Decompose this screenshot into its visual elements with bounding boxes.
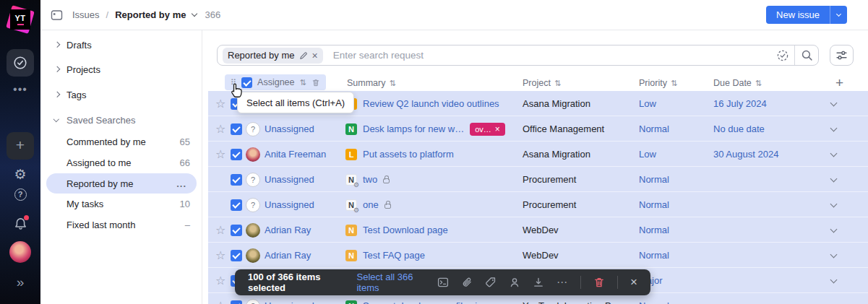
breadcrumb-current[interactable]: Reported by me: [115, 9, 186, 20]
notifications-bell-icon[interactable]: [0, 216, 40, 232]
sidebar-item-tags[interactable]: Tags: [40, 84, 202, 105]
issue-summary[interactable]: two: [363, 174, 377, 185]
search-filter-chip[interactable]: Reported by me: [223, 48, 323, 64]
command-window-icon[interactable]: [437, 277, 449, 288]
more-apps-icon[interactable]: [0, 82, 40, 97]
row-expand-chevron[interactable]: [830, 301, 838, 304]
tag-remove-icon[interactable]: [495, 124, 500, 134]
delete-trash-icon[interactable]: [593, 277, 605, 288]
issue-due-date[interactable]: No due date: [713, 116, 765, 142]
item-more-icon[interactable]: ...: [176, 178, 186, 189]
chip-remove-icon[interactable]: [312, 50, 318, 61]
more-actions-icon[interactable]: ⋯: [557, 276, 568, 289]
sidebar-item-projects[interactable]: Projects: [40, 59, 202, 79]
row-expand-chevron[interactable]: [830, 99, 838, 106]
tag-icon[interactable]: [485, 277, 497, 288]
sidebar-item-fixed-last-month[interactable]: Fixed last month–: [40, 214, 202, 235]
assignee-name[interactable]: Adrian Ray: [265, 250, 311, 261]
row-expand-chevron[interactable]: [830, 200, 838, 207]
summary-column-header[interactable]: Summary: [347, 74, 396, 92]
user-avatar[interactable]: [0, 241, 40, 263]
issue-summary[interactable]: Test Download page: [363, 225, 448, 235]
issue-tag[interactable]: ov…: [470, 123, 505, 136]
table-row[interactable]: Adrian Ray NTest FAQ page WebDev Normal: [208, 243, 868, 268]
search-icon[interactable]: [795, 45, 818, 65]
assignee-person-icon[interactable]: [509, 277, 520, 288]
star-icon[interactable]: [215, 147, 225, 161]
toggle-sidebar-icon[interactable]: [51, 10, 63, 20]
sidebar-item-reported-by-me[interactable]: Reported by me...: [46, 173, 197, 194]
sidebar-item-saved-searches[interactable]: Saved Searches: [40, 110, 202, 130]
youtrack-logo[interactable]: YT: [7, 6, 34, 33]
star-icon[interactable]: [215, 97, 225, 110]
issue-summary[interactable]: Support developer profiles in m…: [363, 300, 502, 304]
help-icon[interactable]: [0, 187, 40, 201]
table-row[interactable]: Adrian Ray NTest Download page WebDev No…: [208, 217, 868, 243]
star-icon[interactable]: [215, 122, 225, 136]
assignee-name[interactable]: Anita Freeman: [265, 149, 326, 160]
table-row[interactable]: Unassigned None Procurement Normal: [208, 192, 868, 217]
ai-assist-icon[interactable]: [771, 45, 794, 65]
issue-summary[interactable]: Desk lamps for new w…: [363, 123, 464, 134]
table-row[interactable]: Unassigned NDesk lamps for new w…ov… Off…: [208, 116, 868, 142]
row-expand-chevron[interactable]: [830, 251, 838, 258]
sort-icon[interactable]: [300, 77, 306, 87]
search-settings-button[interactable]: [830, 45, 854, 66]
star-icon[interactable]: [215, 223, 225, 237]
issue-summary[interactable]: one: [363, 199, 379, 210]
assignee-name[interactable]: Adrian Ray: [265, 225, 311, 235]
issue-due-date[interactable]: 30 August 2024: [713, 142, 778, 167]
issue-priority[interactable]: Normal: [639, 192, 669, 217]
header-label[interactable]: Assignee: [257, 77, 294, 87]
sidebar-item-commented-by-me[interactable]: Commented by me65: [40, 131, 202, 152]
issue-priority[interactable]: Low: [639, 91, 656, 116]
issue-summary[interactable]: Test FAQ page: [363, 250, 425, 261]
sidebar-item-assigned-to-me[interactable]: Assigned to me66: [40, 152, 202, 173]
export-download-icon[interactable]: [533, 277, 544, 288]
breadcrumb-issues[interactable]: Issues: [72, 9, 100, 20]
issues-app-button[interactable]: [0, 49, 40, 77]
search-bar[interactable]: Reported by me Enter search request: [217, 45, 819, 66]
row-expand-chevron[interactable]: [830, 276, 838, 283]
link-paperclip-icon[interactable]: [461, 277, 473, 288]
project-column-header[interactable]: Project: [523, 74, 561, 92]
assignee-name[interactable]: Unassigned: [265, 123, 314, 134]
sidebar-item-drafts[interactable]: Drafts: [40, 35, 202, 55]
row-expand-chevron[interactable]: [830, 124, 838, 131]
issue-summary[interactable]: Put assets to platform: [363, 149, 454, 160]
issue-summary[interactable]: Review Q2 launch video outlines: [363, 98, 499, 109]
assignee-name[interactable]: Unassigned: [265, 199, 314, 210]
row-checkbox[interactable]: [231, 250, 242, 261]
add-column-button[interactable]: [835, 74, 843, 92]
row-checkbox[interactable]: [231, 123, 242, 135]
select-all-link[interactable]: Select all 366 items: [356, 272, 418, 293]
sidebar-item-my-tasks[interactable]: My tasks10: [40, 194, 202, 214]
remove-column-trash-icon[interactable]: [311, 78, 320, 87]
expand-rail-icon[interactable]: [0, 275, 40, 290]
row-checkbox[interactable]: [231, 199, 242, 211]
row-expand-chevron[interactable]: [830, 149, 838, 157]
star-icon[interactable]: [215, 248, 225, 262]
table-row[interactable]: Unassigned Ntwo Procurement Normal: [208, 167, 868, 192]
issue-priority[interactable]: Normal: [639, 116, 669, 142]
new-issue-button[interactable]: New issue: [766, 6, 830, 24]
issue-priority[interactable]: Normal: [639, 167, 669, 192]
search-input[interactable]: Enter search request: [333, 50, 424, 61]
create-button[interactable]: [0, 132, 40, 160]
issue-priority[interactable]: Low: [639, 142, 656, 167]
close-toolbar-icon[interactable]: [630, 275, 637, 290]
due-date-column-header[interactable]: Due Date: [713, 74, 762, 92]
edit-pencil-icon[interactable]: [299, 51, 308, 60]
row-checkbox[interactable]: [231, 300, 242, 304]
row-checkbox[interactable]: [231, 174, 242, 186]
priority-column-header[interactable]: Priority: [639, 74, 677, 92]
assignee-name[interactable]: Unassigned: [265, 300, 314, 304]
row-expand-chevron[interactable]: [830, 225, 838, 233]
star-icon[interactable]: [215, 274, 225, 287]
table-row[interactable]: Anita Freeman LPut assets to platform As…: [208, 142, 868, 167]
new-issue-dropdown[interactable]: [830, 6, 847, 24]
breadcrumb-chevron-icon[interactable]: [192, 11, 197, 17]
settings-gear-icon[interactable]: [0, 166, 40, 182]
issue-due-date[interactable]: 16 July 2024: [713, 91, 767, 116]
star-icon[interactable]: [215, 299, 225, 304]
